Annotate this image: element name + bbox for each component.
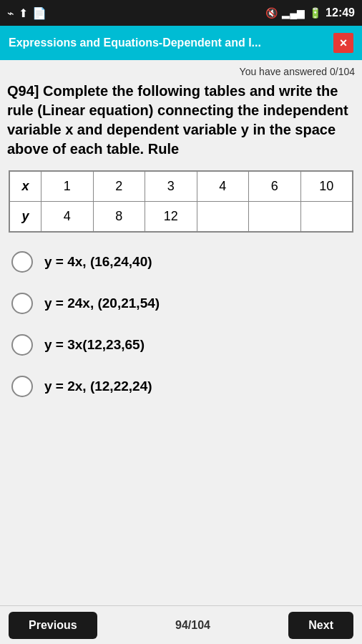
status-left-icons: ⌁ ⬆ 📄	[7, 6, 47, 20]
data-table-container: x 1 2 3 4 6 10 y 4 8 12	[9, 170, 353, 233]
option-1[interactable]: y = 4x, (16,24,40)	[11, 251, 351, 273]
status-bar: ⌁ ⬆ 📄 🔇 ▂▄▆ 🔋 12:49	[0, 0, 362, 26]
option-1-text: y = 4x, (16,24,40)	[44, 254, 152, 270]
x-val-10: 10	[300, 172, 353, 202]
mute-icon: 🔇	[265, 7, 278, 19]
y-header: y	[10, 202, 41, 232]
y-val-6	[249, 202, 301, 232]
options-section: y = 4x, (16,24,40) y = 24x, (20,21,54) y…	[7, 244, 355, 424]
x-val-1: 1	[41, 172, 94, 202]
title-bar: Expressions and Equations-Dependent and …	[0, 26, 362, 60]
status-time: 12:49	[326, 6, 355, 19]
option-4[interactable]: y = 2x, (12,22,24)	[11, 376, 351, 397]
option-2[interactable]: y = 24x, (20,21,54)	[11, 293, 351, 314]
answered-status: You have answered 0/104	[7, 66, 355, 77]
x-header: x	[10, 172, 41, 202]
y-val-2: 8	[93, 202, 145, 232]
option-4-text: y = 2x, (12,22,24)	[44, 379, 152, 394]
main-content: You have answered 0/104 Q94] Complete th…	[0, 60, 362, 605]
x-val-6: 6	[249, 172, 301, 202]
next-button[interactable]: Next	[288, 612, 353, 639]
option-3-text: y = 3x(12,23,65)	[44, 337, 145, 353]
status-right-icons: 🔇 ▂▄▆ 🔋 12:49	[265, 6, 355, 19]
bottom-bar: Previous 94/104 Next	[0, 605, 362, 644]
battery-icon: 🔋	[309, 7, 321, 19]
option-2-text: y = 24x, (20,21,54)	[44, 296, 160, 311]
close-button[interactable]: ×	[333, 33, 353, 53]
page-indicator: 94/104	[175, 619, 210, 632]
question-text: Q94] Complete the following tables and w…	[7, 82, 355, 159]
option-3[interactable]: y = 3x(12,23,65)	[11, 334, 351, 356]
values-table: x 1 2 3 4 6 10 y 4 8 12	[9, 171, 353, 232]
table-row-y: y 4 8 12	[10, 202, 353, 232]
doc-icon: 📄	[32, 6, 47, 20]
page-title: Expressions and Equations-Dependent and …	[9, 36, 333, 49]
previous-button[interactable]: Previous	[9, 612, 97, 639]
y-val-10	[300, 202, 353, 232]
radio-2[interactable]	[11, 293, 33, 314]
y-val-3: 12	[145, 202, 197, 232]
x-val-3: 3	[145, 172, 197, 202]
x-val-2: 2	[93, 172, 145, 202]
table-row-x: x 1 2 3 4 6 10	[10, 172, 353, 202]
x-val-4: 4	[197, 172, 249, 202]
y-val-1: 4	[41, 202, 94, 232]
y-val-4	[197, 202, 249, 232]
radio-1[interactable]	[11, 251, 33, 273]
radio-3[interactable]	[11, 334, 33, 356]
signal-icon: ▂▄▆	[282, 7, 305, 19]
radio-4[interactable]	[11, 376, 33, 397]
upload-icon: ⬆	[19, 6, 28, 20]
usb-icon: ⌁	[7, 6, 14, 20]
